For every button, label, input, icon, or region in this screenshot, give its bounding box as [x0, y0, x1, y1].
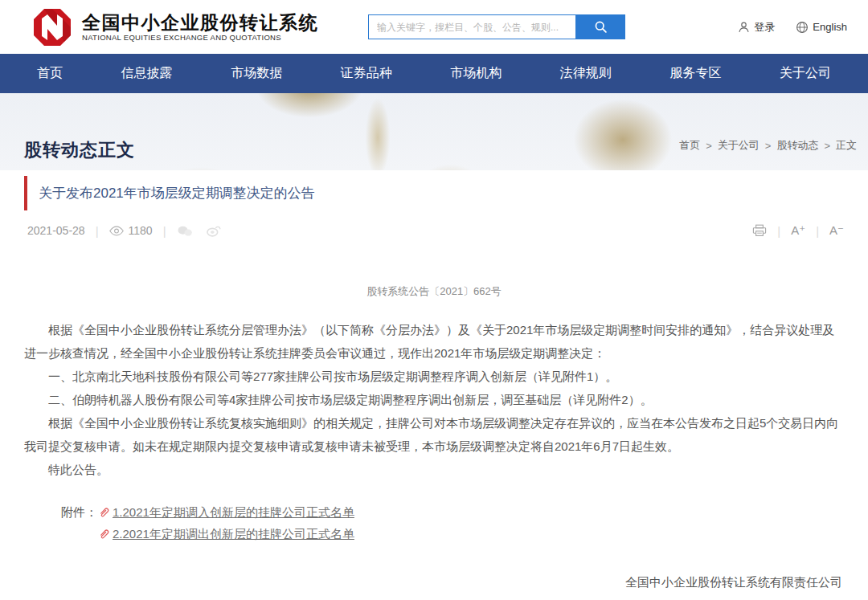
paragraph: 特此公告。 — [24, 458, 844, 481]
meta-divider: | — [816, 224, 819, 238]
breadcrumb-current: 正文 — [836, 138, 857, 153]
header-actions: 登录 English — [738, 20, 847, 35]
nav-item-market-data[interactable]: 市场数据 — [231, 65, 282, 82]
site-header: 全国中小企业股份转让系统 NATIONAL EQUITIES EXCHANGE … — [0, 0, 868, 54]
signature-block: 全国中小企业股份转让系统有限责任公司 2021年5月28日 — [24, 569, 844, 600]
nav-item-about[interactable]: 关于公司 — [780, 65, 831, 82]
page-title: 股转动态正文 — [24, 138, 135, 162]
view-count: 1180 — [109, 224, 153, 237]
article-tools: | A⁺ | A⁻ — [752, 223, 844, 238]
search-bar — [368, 14, 625, 39]
breadcrumb-separator: > — [765, 140, 772, 152]
nav-item-disclosure[interactable]: 信息披露 — [121, 65, 173, 82]
paragraph: 根据《全国中小企业股份转让系统复核实施细则》的相关规定，挂牌公司对本市场层级调整… — [24, 411, 844, 458]
paragraph: 一、北京南北天地科技股份有限公司等277家挂牌公司按市场层级定期调整程序调入创新… — [24, 365, 844, 388]
signature-date: 2021年5月28日 — [24, 595, 842, 600]
view-count-value: 1180 — [129, 224, 153, 237]
weibo-share-icon[interactable] — [206, 225, 221, 237]
nav-item-rules[interactable]: 法律规则 — [560, 65, 612, 82]
page-banner: 股转动态正文 首页 > 关于公司 > 股转动态 > 正文 — [0, 93, 868, 170]
breadcrumb-news[interactable]: 股转动态 — [776, 138, 818, 153]
breadcrumb-home[interactable]: 首页 — [679, 138, 700, 153]
language-switch[interactable]: English — [796, 21, 847, 34]
attachment-text: 2.2021年定期调出创新层的挂牌公司正式名单 — [113, 523, 354, 545]
attachment-link-2[interactable]: 2.2021年定期调出创新层的挂牌公司正式名单 — [97, 523, 354, 545]
paperclip-icon — [97, 528, 110, 541]
site-logo-text: 全国中小企业股份转让系统 NATIONAL EQUITIES EXCHANGE … — [82, 12, 318, 42]
signature-company: 全国中小企业股份转让系统有限责任公司 — [24, 569, 842, 595]
site-title: 全国中小企业股份转让系统 — [82, 12, 318, 33]
attachments-label: 附件： — [61, 501, 97, 545]
share-actions — [177, 225, 221, 237]
nav-item-home[interactable]: 首页 — [37, 65, 63, 82]
article-title: 关于发布2021年市场层级定期调整决定的公告 — [24, 176, 844, 210]
site-logo[interactable]: 全国中小企业股份转让系统 NATIONAL EQUITIES EXCHANGE … — [32, 7, 318, 47]
meta-divider: | — [163, 224, 166, 238]
nav-item-securities[interactable]: 证券品种 — [341, 65, 392, 82]
breadcrumb-separator: > — [706, 140, 712, 152]
print-icon[interactable] — [752, 224, 767, 237]
meta-divider: | — [777, 224, 780, 238]
main-nav: 首页 信息披露 市场数据 证券品种 市场机构 法律规则 服务专区 关于公司 — [0, 54, 868, 93]
breadcrumb-separator: > — [824, 140, 830, 152]
attachments: 附件： 1.2021年定期调入创新层的挂牌公司正式名单 2.2021年定期调出创… — [61, 501, 844, 545]
search-button[interactable] — [575, 14, 625, 39]
user-icon — [738, 21, 750, 33]
nav-item-institutions[interactable]: 市场机构 — [450, 65, 502, 82]
paragraph: 二、伯朗特机器人股份有限公司等4家挂牌公司按市场层级定期调整程序调出创新层，调至… — [24, 388, 844, 411]
wechat-share-icon[interactable] — [177, 225, 193, 237]
paperclip-icon — [97, 506, 110, 519]
font-increase-button[interactable]: A⁺ — [791, 223, 805, 238]
paragraph: 根据《全国中小企业股份转让系统分层管理办法》（以下简称《分层办法》）及《关于20… — [24, 318, 844, 365]
nav-item-services[interactable]: 服务专区 — [669, 65, 721, 82]
article-body: 根据《全国中小企业股份转让系统分层管理办法》（以下简称《分层办法》）及《关于20… — [24, 318, 844, 481]
article-meta: 2021-05-28 | 1180 | — [24, 220, 844, 241]
globe-icon — [796, 21, 809, 34]
eye-icon — [109, 226, 124, 236]
breadcrumb-about[interactable]: 关于公司 — [718, 138, 760, 153]
article: 关于发布2021年市场层级定期调整决定的公告 2021-05-28 | 1180… — [0, 176, 868, 600]
meta-divider: | — [96, 224, 99, 238]
font-decrease-button[interactable]: A⁻ — [829, 223, 844, 238]
language-label: English — [813, 21, 847, 33]
breadcrumb: 首页 > 关于公司 > 股转动态 > 正文 — [679, 138, 857, 153]
publish-date: 2021-05-28 — [27, 224, 85, 237]
search-input[interactable] — [368, 14, 575, 39]
login-link[interactable]: 登录 — [738, 20, 775, 35]
search-icon — [594, 20, 608, 34]
site-subtitle: NATIONAL EQUITIES EXCHANGE AND QUOTATION… — [82, 33, 318, 42]
attachment-link-1[interactable]: 1.2021年定期调入创新层的挂牌公司正式名单 — [97, 501, 354, 523]
attachment-text: 1.2021年定期调入创新层的挂牌公司正式名单 — [113, 501, 354, 523]
announcement-number: 股转系统公告〔2021〕662号 — [24, 284, 844, 299]
login-label: 登录 — [754, 20, 775, 35]
neeq-logo-icon — [32, 7, 72, 47]
